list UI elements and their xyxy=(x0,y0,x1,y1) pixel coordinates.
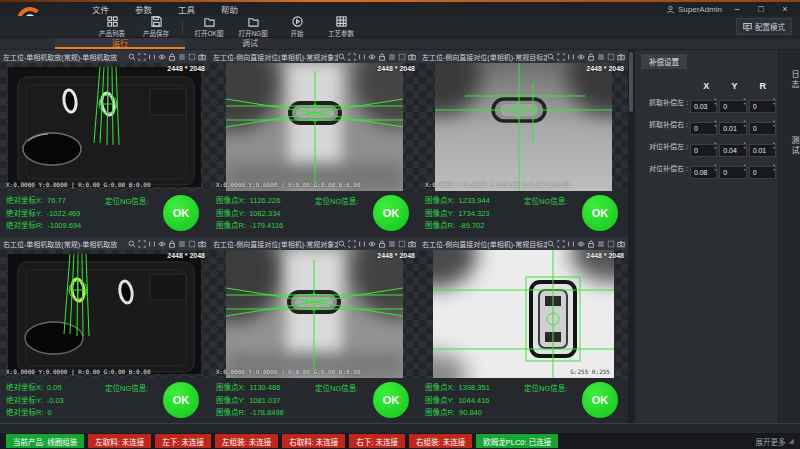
zoom-icon[interactable] xyxy=(128,53,136,61)
compensation-tab[interactable]: 补偿设置 xyxy=(641,54,687,69)
lock-icon[interactable] xyxy=(378,53,386,61)
grab-left-x-input[interactable] xyxy=(690,100,717,113)
start-button[interactable]: 开始 xyxy=(275,16,319,38)
menu-help[interactable]: 帮助 xyxy=(221,3,238,15)
camera-image[interactable]: 2448 * 2048 X:0.0000 Y:0.0000 | R:0.00 G… xyxy=(210,250,419,378)
bottom-splitter[interactable] xyxy=(0,423,800,433)
side-tab-test[interactable]: 测试 xyxy=(779,136,800,156)
camera-image[interactable]: 2448 * 2048 X:0.0000 Y:0.0000 | R:0.00 G… xyxy=(0,63,209,191)
grab-left-y-input[interactable] xyxy=(719,100,746,113)
grab-right-r-input[interactable] xyxy=(749,122,776,135)
align-right-r-input[interactable] xyxy=(749,166,776,179)
snapshot-icon[interactable] xyxy=(617,53,625,61)
expand-more-button[interactable]: 展开更多 ◢ xyxy=(756,436,794,447)
camera-image[interactable]: 2448 * 2048 X:0.0000 Y:0.0000 | R:0.00 G… xyxy=(0,250,209,378)
fit-screen-icon[interactable] xyxy=(348,240,356,248)
spinner-icon[interactable]: ▴▾ xyxy=(714,140,716,150)
snapshot-icon[interactable] xyxy=(198,240,206,248)
align-left-r-input[interactable] xyxy=(749,144,776,157)
spinner-icon[interactable]: ▴▾ xyxy=(714,118,716,128)
product-save-button[interactable]: 产品保存 xyxy=(134,16,178,38)
open-ok-image-button[interactable]: 打开OK图 xyxy=(187,16,231,38)
grab-right-y-input[interactable] xyxy=(719,122,746,135)
zoom-icon[interactable] xyxy=(338,53,346,61)
process-params-button[interactable]: 工艺参数 xyxy=(319,16,363,38)
zoom-icon[interactable] xyxy=(547,240,555,248)
align-left-y-input[interactable] xyxy=(719,144,746,157)
snapshot-icon[interactable] xyxy=(408,53,416,61)
eye-icon[interactable] xyxy=(368,53,376,61)
lock-icon[interactable] xyxy=(587,240,595,248)
menu-parameters[interactable]: 参数 xyxy=(135,3,152,15)
menu-file[interactable]: 文件 xyxy=(92,3,109,15)
zoom-icon[interactable] xyxy=(338,240,346,248)
one-to-one-icon[interactable] xyxy=(358,53,366,61)
spinner-icon[interactable]: ▴▾ xyxy=(744,96,746,106)
camera-image[interactable]: 2448 * 2048 X:0.0000 Y:0.0000 | R:0.00 G… xyxy=(210,63,419,191)
spinner-icon[interactable]: ▴▾ xyxy=(744,162,746,172)
open-ng-image-button[interactable]: 打开NG图 xyxy=(231,16,275,38)
fit-screen-icon[interactable] xyxy=(557,240,565,248)
align-right-x-input[interactable] xyxy=(690,166,717,179)
region-icon[interactable] xyxy=(188,240,196,248)
list-icon[interactable] xyxy=(178,240,186,248)
eye-icon[interactable] xyxy=(577,240,585,248)
one-to-one-icon[interactable] xyxy=(148,240,156,248)
spinner-icon[interactable]: ▴▾ xyxy=(773,96,775,106)
one-to-one-icon[interactable] xyxy=(567,53,575,61)
list-icon[interactable] xyxy=(388,53,396,61)
zoom-icon[interactable] xyxy=(547,53,555,61)
lock-icon[interactable] xyxy=(168,53,176,61)
spinner-icon[interactable]: ▴▾ xyxy=(773,162,775,172)
region-icon[interactable] xyxy=(607,53,615,61)
eye-icon[interactable] xyxy=(577,53,585,61)
spinner-icon[interactable]: ▴▾ xyxy=(744,118,746,128)
camera-image[interactable]: 2448 * 2048 G:255 R:255 xyxy=(419,250,628,378)
menu-tools[interactable]: 工具 xyxy=(178,3,195,15)
grab-right-x-input[interactable] xyxy=(690,122,717,135)
lock-icon[interactable] xyxy=(168,240,176,248)
snapshot-icon[interactable] xyxy=(198,53,206,61)
fit-screen-icon[interactable] xyxy=(557,53,565,61)
tab-debug[interactable]: 调试 xyxy=(185,38,315,49)
list-icon[interactable] xyxy=(597,53,605,61)
minimize-button[interactable]: – xyxy=(728,3,746,15)
fit-screen-icon[interactable] xyxy=(138,240,146,248)
eye-icon[interactable] xyxy=(368,240,376,248)
side-tab-log[interactable]: 日志 xyxy=(779,70,800,90)
one-to-one-icon[interactable] xyxy=(148,53,156,61)
close-button[interactable]: × xyxy=(776,3,794,15)
user-account[interactable]: SuperAdmin xyxy=(666,5,722,14)
spinner-icon[interactable]: ▴▾ xyxy=(714,96,716,106)
spinner-icon[interactable]: ▴▾ xyxy=(714,162,716,172)
snapshot-icon[interactable] xyxy=(617,240,625,248)
list-icon[interactable] xyxy=(597,240,605,248)
lock-icon[interactable] xyxy=(378,240,386,248)
align-left-x-input[interactable] xyxy=(690,144,717,157)
spinner-icon[interactable]: ▴▾ xyxy=(773,140,775,150)
zoom-icon[interactable] xyxy=(128,240,136,248)
eye-icon[interactable] xyxy=(158,240,166,248)
fit-screen-icon[interactable] xyxy=(138,53,146,61)
snapshot-icon[interactable] xyxy=(408,240,416,248)
spinner-icon[interactable]: ▴▾ xyxy=(744,140,746,150)
list-icon[interactable] xyxy=(178,53,186,61)
tab-run[interactable]: 运行 xyxy=(55,38,185,49)
region-icon[interactable] xyxy=(398,240,406,248)
spinner-icon[interactable]: ▴▾ xyxy=(773,118,775,128)
lock-icon[interactable] xyxy=(587,53,595,61)
camera-image[interactable]: 2448 * 2048 X:0.0000 Y:0.0000 | R:0.00 G… xyxy=(419,63,628,191)
product-list-button[interactable]: 产品列表 xyxy=(90,16,134,38)
maximize-button[interactable]: □ xyxy=(752,3,770,15)
list-icon[interactable] xyxy=(388,240,396,248)
fit-screen-icon[interactable] xyxy=(348,53,356,61)
grab-left-r-input[interactable] xyxy=(749,100,776,113)
align-right-y-input[interactable] xyxy=(719,166,746,179)
one-to-one-icon[interactable] xyxy=(567,240,575,248)
region-icon[interactable] xyxy=(188,53,196,61)
eye-icon[interactable] xyxy=(158,53,166,61)
config-mode-button[interactable]: 配置模式 xyxy=(736,18,792,35)
region-icon[interactable] xyxy=(607,240,615,248)
one-to-one-icon[interactable] xyxy=(358,240,366,248)
region-icon[interactable] xyxy=(398,53,406,61)
